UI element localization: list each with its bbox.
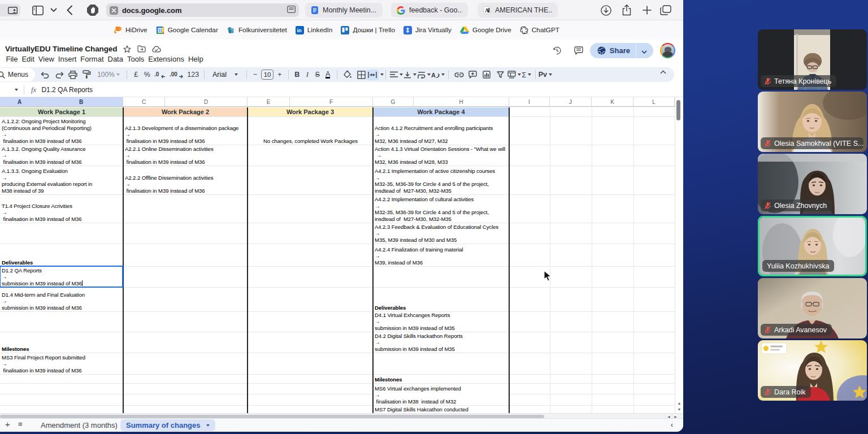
decrease-font-size-button[interactable]: − [250, 68, 261, 81]
sheet-tab[interactable]: Amendment (3 months) [35, 419, 132, 431]
bookmark-item[interactable]: HiDrive [114, 26, 147, 34]
sidebar-toggle-button[interactable] [32, 0, 44, 20]
grid-cell[interactable]: Milestones [375, 374, 508, 383]
grid-cell[interactable]: Deliverables [2, 244, 122, 266]
share-page-button[interactable] [622, 0, 631, 20]
text-color-button[interactable]: A [323, 68, 333, 81]
redo-button[interactable] [53, 68, 67, 81]
menu-insert[interactable]: Insert [56, 54, 79, 64]
address-extension-icon[interactable] [110, 6, 118, 15]
grid-cell[interactable]: Deliverables [375, 287, 508, 311]
browser-tab[interactable]: AAMERICAN THE... [478, 3, 558, 18]
merge-cells-button[interactable] [368, 68, 383, 81]
work-package-header[interactable]: Work Package 1 [0, 107, 123, 116]
vertical-scrollbar-thumb[interactable] [676, 100, 680, 120]
address-bar[interactable]: docs.google.com [106, 3, 299, 17]
work-package-header[interactable]: Work Package 4 [373, 107, 509, 116]
grid-cell[interactable]: D4.1 Virtual Exhcanges Reports→submissio… [375, 311, 508, 332]
undo-button[interactable] [38, 68, 53, 81]
document-title[interactable]: VirtuallyEDU Timeline Changed [5, 45, 117, 53]
horizontal-scrollbar[interactable]: ◄ ► [0, 413, 683, 419]
grid-cell[interactable]: D1.4 Mid-term and Final Evaluation→submi… [2, 287, 122, 311]
scroll-down-button[interactable]: ▼ [675, 407, 683, 411]
account-avatar[interactable] [660, 43, 675, 58]
bookmark-item[interactable]: ChatGPT [520, 26, 559, 34]
menu-edit[interactable]: Edit [20, 54, 36, 64]
vertical-scrollbar[interactable]: ▲▼ [675, 97, 683, 413]
decrease-decimals-button[interactable]: .0 [153, 68, 168, 81]
grid-cell[interactable]: A.1.2.2: Ongoing Project Monitoring(Cont… [2, 116, 122, 145]
star-icon[interactable] [123, 45, 131, 53]
grid-cell[interactable]: A2.2.1 Online Dissemination activities→ … [125, 145, 246, 166]
menu-extensions[interactable]: Extensions [146, 54, 186, 64]
bookmark-item[interactable]: Дошки | Trello [341, 26, 395, 34]
vertical-align-button[interactable] [403, 68, 418, 81]
fill-color-button[interactable] [341, 68, 355, 81]
percent-format-button[interactable]: % [142, 68, 153, 81]
content-blocker-button[interactable] [86, 0, 99, 20]
scroll-up-button[interactable]: ▲ [675, 401, 683, 405]
grid-cell[interactable]: No changes, completed Work Packages [249, 116, 372, 145]
strikethrough-button[interactable]: S [313, 68, 323, 81]
column-header-F[interactable]: F [290, 97, 373, 106]
increase-font-size-button[interactable]: + [275, 68, 285, 81]
grid-cell[interactable]: A.1.3.2. Ongoing Quality Assurance→ fina… [2, 145, 122, 166]
sheet-views-button[interactable] [507, 68, 522, 81]
share-button[interactable]: Share [590, 43, 653, 58]
search-menus-button[interactable]: Menus [0, 68, 35, 81]
bold-button[interactable]: B [292, 68, 303, 81]
grid-cell[interactable]: A.1.3.3. Ongoing Evaluation→producing Ex… [2, 166, 122, 194]
font-size-field[interactable]: 10 [260, 68, 275, 81]
tab-overview-button[interactable] [660, 0, 671, 20]
participant-tile[interactable]: Тетяна Кронівець [758, 29, 867, 90]
sidebar-menu-chevron[interactable] [50, 0, 57, 20]
share-dropdown[interactable] [636, 46, 653, 56]
increase-decimals-button[interactable]: .00 [168, 68, 186, 81]
participant-tile[interactable]: Dara Roik [758, 340, 867, 401]
more-formats-button[interactable]: 123 [186, 68, 201, 81]
column-header-K[interactable]: K [592, 97, 633, 106]
participant-tile[interactable]: Olesia Zhovnych [758, 154, 867, 214]
browser-tab[interactable]: Monthly Meetin... [305, 3, 383, 18]
bookmark-item[interactable]: Jira Virtually [403, 26, 452, 34]
column-header-G[interactable]: G [373, 97, 414, 106]
all-sheets-button[interactable]: ≡ [18, 420, 22, 428]
secondary-currency-button[interactable]: Pv [539, 68, 552, 81]
profile-button[interactable] [0, 4, 20, 16]
grid-cell[interactable]: A2.2.2 Offline Dissemination activities→… [125, 166, 246, 194]
bookmark-item[interactable]: Folkuniversitetet [227, 26, 287, 34]
italic-button[interactable]: I [302, 68, 313, 81]
menu-view[interactable]: View [36, 54, 56, 64]
bookmark-item[interactable]: Google Drive [460, 26, 511, 34]
menu-format[interactable]: Format [79, 54, 106, 64]
grid-cell[interactable]: Action 4.1.3 Virtual Orientation Session… [375, 145, 508, 166]
sheet-tab[interactable]: Summary of changes [120, 419, 215, 431]
cloud-status-icon[interactable] [152, 46, 161, 53]
insert-link-button[interactable] [452, 68, 466, 81]
zoom-selector[interactable]: 100% [94, 68, 123, 81]
column-header-L[interactable]: L [633, 97, 675, 106]
work-package-header[interactable]: Work Package 3 [248, 107, 373, 116]
horizontal-scrollbar-thumb[interactable] [0, 415, 544, 418]
menu-help[interactable]: Help [186, 54, 205, 64]
grid-cell[interactable]: A2.1.3 Development of a dissemination pa… [125, 116, 246, 145]
back-button[interactable] [66, 0, 73, 20]
grid-cell[interactable]: MS6 Virtual exchanges implemented→ final… [375, 383, 508, 405]
column-header-B[interactable]: B [40, 97, 123, 106]
insert-chart-button[interactable] [480, 68, 494, 81]
column-header-A[interactable]: A [0, 97, 40, 106]
grid-cell[interactable]: D4.2 Digital Skills Hackathon Reports→su… [375, 332, 508, 353]
column-header-C[interactable]: C [123, 97, 165, 106]
menu-file[interactable]: File [4, 54, 20, 64]
name-box-dropdown[interactable] [15, 89, 18, 91]
sheet-tab-menu-caret[interactable] [206, 424, 210, 427]
grid-cell[interactable]: Action 4.1.2 Recruitment and enrolling p… [375, 116, 508, 145]
bookmark-item[interactable]: 31Google Calendar [156, 26, 218, 34]
grid-cell[interactable]: A4.2.3 Feedback & Evaluation of Educatio… [375, 223, 508, 244]
create-filter-button[interactable] [494, 68, 508, 81]
menu-tools[interactable]: Tools [125, 54, 146, 64]
column-header-E[interactable]: E [248, 97, 290, 106]
functions-button[interactable]: Σ [522, 68, 532, 81]
bookmark-item[interactable]: inLinkedIn [296, 26, 333, 34]
column-header-H[interactable]: H [414, 97, 509, 106]
